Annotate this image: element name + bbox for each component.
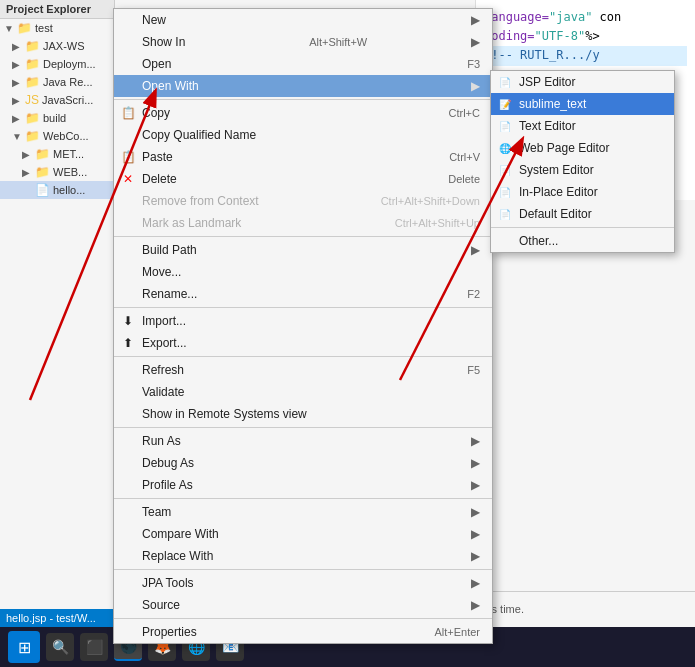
menu-item-replacewith[interactable]: Replace With ▶ xyxy=(114,545,492,567)
menu-separator-4 xyxy=(114,356,492,357)
menu-separator-6 xyxy=(114,498,492,499)
menu-item-refresh[interactable]: Refresh F5 xyxy=(114,359,492,381)
delete-icon: ✕ xyxy=(120,171,136,187)
menu-label: Remove from Context xyxy=(142,194,259,208)
folder-icon: 📁 xyxy=(17,21,32,35)
webpage-editor-icon: 🌐 xyxy=(497,140,513,156)
menu-item-buildpath[interactable]: Build Path ▶ xyxy=(114,239,492,261)
menu-label: Move... xyxy=(142,265,181,279)
menu-shortcut: Ctrl+C xyxy=(429,107,480,119)
menu-item-openwith[interactable]: Open With ▶ xyxy=(114,75,492,97)
default-editor-icon: 📄 xyxy=(497,206,513,222)
inplace-editor-icon: 📄 xyxy=(497,184,513,200)
menu-item-debugas[interactable]: Debug As ▶ xyxy=(114,452,492,474)
submenu-arrow: ▶ xyxy=(471,243,480,257)
windows-icon: ⊞ xyxy=(18,638,31,657)
menu-label: Rename... xyxy=(142,287,197,301)
menu-item-move[interactable]: Move... xyxy=(114,261,492,283)
sublime-icon: 📝 xyxy=(497,96,513,112)
start-button[interactable]: ⊞ xyxy=(8,631,40,663)
menu-separator-3 xyxy=(114,307,492,308)
submenu-arrow: ▶ xyxy=(471,79,480,93)
menu-item-copy[interactable]: 📋 Copy Ctrl+C xyxy=(114,102,492,124)
tree-arrow: ▶ xyxy=(12,41,22,52)
taskbar-taskview[interactable]: ⬛ xyxy=(80,633,108,661)
submenu-item-defaulteditor[interactable]: 📄 Default Editor xyxy=(491,203,674,225)
tree-item-build[interactable]: ▶ 📁 build xyxy=(0,109,114,127)
menu-item-rename[interactable]: Rename... F2 xyxy=(114,283,492,305)
menu-label: Open With xyxy=(142,79,199,93)
tree-item-deploy[interactable]: ▶ 📁 Deploym... xyxy=(0,55,114,73)
tree-item-hello[interactable]: 📄 hello... xyxy=(0,181,114,199)
menu-item-paste[interactable]: 📋 Paste Ctrl+V xyxy=(114,146,492,168)
tree-label: Java Re... xyxy=(43,76,93,88)
submenu-item-webpageeditor[interactable]: 🌐 Web Page Editor xyxy=(491,137,674,159)
menu-shortcut: Ctrl+V xyxy=(429,151,480,163)
tree-arrow: ▶ xyxy=(12,95,22,106)
menu-shortcut: Alt+Shift+W xyxy=(289,36,367,48)
submenu-item-other[interactable]: Other... xyxy=(491,230,674,252)
menu-shortcut: Delete xyxy=(428,173,480,185)
menu-label: Copy xyxy=(142,106,170,120)
project-explorer: Project Explorer ▼ 📁 test ▶ 📁 JAX-WS ▶ 📁… xyxy=(0,0,115,627)
menu-item-profileas[interactable]: Profile As ▶ xyxy=(114,474,492,496)
submenu-item-texteditor[interactable]: 📄 Text Editor xyxy=(491,115,674,137)
tree-item-root[interactable]: ▼ 📁 test xyxy=(0,19,114,37)
context-menu: New ▶ Show In Alt+Shift+W ▶ Open F3 Open… xyxy=(113,8,493,644)
menu-item-copyqualified[interactable]: Copy Qualified Name xyxy=(114,124,492,146)
tree-label: build xyxy=(43,112,66,124)
code-line-3: <!-- RUTL_R.../y xyxy=(484,46,687,65)
folder-icon: 📁 xyxy=(25,39,40,53)
menu-item-export[interactable]: ⬆ Export... xyxy=(114,332,492,354)
code-tag: <!-- RUTL_R.../ xyxy=(484,48,592,62)
taskbar-search[interactable]: 🔍 xyxy=(46,633,74,661)
tree-item-web[interactable]: ▶ 📁 WEB... xyxy=(0,163,114,181)
submenu-arrow: ▶ xyxy=(471,549,480,563)
menu-item-properties[interactable]: Properties Alt+Enter xyxy=(114,621,492,643)
menu-item-source[interactable]: Source ▶ xyxy=(114,594,492,616)
menu-shortcut: Alt+Enter xyxy=(414,626,480,638)
menu-item-runas[interactable]: Run As ▶ xyxy=(114,430,492,452)
submenu-item-jspeditor[interactable]: 📄 JSP Editor xyxy=(491,71,674,93)
submenu-item-inplaceeditor[interactable]: 📄 In-Place Editor xyxy=(491,181,674,203)
menu-item-delete[interactable]: ✕ Delete Delete xyxy=(114,168,492,190)
menu-item-marklandmark[interactable]: Mark as Landmark Ctrl+Alt+Shift+Up xyxy=(114,212,492,234)
submenu-arrow: ▶ xyxy=(471,456,480,470)
menu-label: Show In xyxy=(142,35,185,49)
tree-item-met[interactable]: ▶ 📁 MET... xyxy=(0,145,114,163)
menu-item-import[interactable]: ⬇ Import... xyxy=(114,310,492,332)
menu-item-showremote[interactable]: Show in Remote Systems view xyxy=(114,403,492,425)
submenu-label: Web Page Editor xyxy=(519,141,610,155)
code-line-2: coding="UTF-8"%> xyxy=(484,27,687,46)
menu-label: Delete xyxy=(142,172,177,186)
tree-arrow: ▶ xyxy=(12,59,22,70)
tree-item-js[interactable]: ▶ JS JavaScri... xyxy=(0,91,114,109)
menu-item-comparewith[interactable]: Compare With ▶ xyxy=(114,523,492,545)
folder-icon: 📁 xyxy=(25,129,40,143)
menu-label: New xyxy=(142,13,166,27)
tree-item-java[interactable]: ▶ 📁 Java Re... xyxy=(0,73,114,91)
code-val: "java" xyxy=(549,10,592,24)
tree-label: JAX-WS xyxy=(43,40,85,52)
menu-label: Copy Qualified Name xyxy=(142,128,256,142)
submenu-label: JSP Editor xyxy=(519,75,575,89)
menu-item-removefromctx[interactable]: Remove from Context Ctrl+Alt+Shift+Down xyxy=(114,190,492,212)
menu-item-open[interactable]: Open F3 xyxy=(114,53,492,75)
menu-label: Refresh xyxy=(142,363,184,377)
menu-item-validate[interactable]: Validate xyxy=(114,381,492,403)
tree-item-webco[interactable]: ▼ 📁 WebCo... xyxy=(0,127,114,145)
submenu-item-systemeditor[interactable]: 📄 System Editor xyxy=(491,159,674,181)
menu-label: Build Path xyxy=(142,243,197,257)
tree-item-jaxws[interactable]: ▶ 📁 JAX-WS xyxy=(0,37,114,55)
submenu-arrow: ▶ xyxy=(471,505,480,519)
submenu-arrow: ▶ xyxy=(471,478,480,492)
menu-label: Team xyxy=(142,505,171,519)
tree-label: WEB... xyxy=(53,166,87,178)
menu-item-jpatools[interactable]: JPA Tools ▶ xyxy=(114,572,492,594)
menu-item-team[interactable]: Team ▶ xyxy=(114,501,492,523)
menu-item-new[interactable]: New ▶ xyxy=(114,9,492,31)
menu-item-showin[interactable]: Show In Alt+Shift+W ▶ xyxy=(114,31,492,53)
submenu-item-sublime[interactable]: 📝 sublime_text xyxy=(491,93,674,115)
tree-label: hello... xyxy=(53,184,85,196)
taskview-icon: ⬛ xyxy=(86,639,103,655)
